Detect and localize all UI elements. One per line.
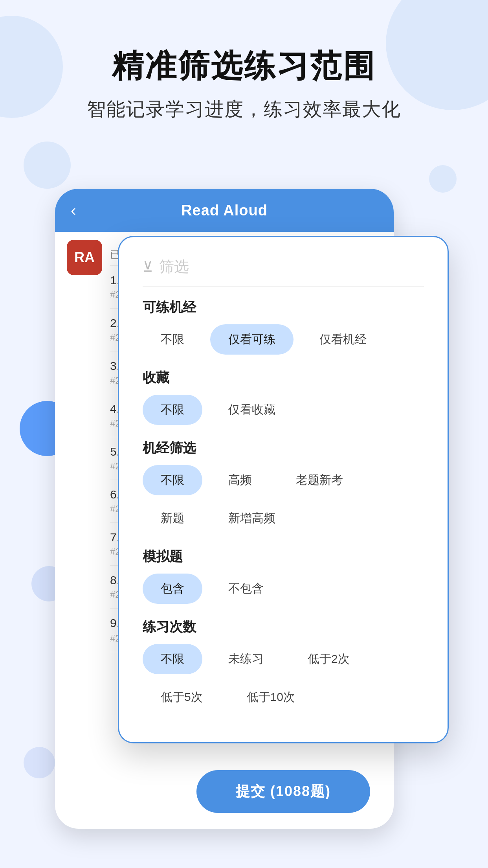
- filter-btn-xinti[interactable]: 新题: [143, 503, 202, 533]
- filter-label-count: 练习次数: [143, 618, 424, 636]
- filter-title-label: 筛选: [159, 257, 189, 277]
- filter-btn-xinzengpinv[interactable]: 新增高频: [210, 503, 294, 533]
- phone-area: ‹ Read Aloud RA 已选题目 0 1. Book ch... #21…: [55, 189, 433, 852]
- filter-icon: ⊻: [143, 259, 153, 275]
- filter-btn-laotixinkao[interactable]: 老题新考: [278, 465, 361, 495]
- back-button[interactable]: ‹: [71, 202, 76, 219]
- filter-btn-less2[interactable]: 低于2次: [290, 644, 368, 674]
- bg-circle-small-right: [429, 165, 457, 193]
- filter-btn-only-fav[interactable]: 仅看收藏: [210, 395, 294, 425]
- filter-header: ⊻ 筛选: [143, 257, 424, 287]
- filter-label-favorite: 收藏: [143, 369, 424, 387]
- page-header: 精准筛选练习范围 智能记录学习进度，练习效率最大化: [0, 47, 488, 122]
- submit-button[interactable]: 提交 (1088题): [196, 770, 370, 813]
- filter-label-moni: 模拟题: [143, 548, 424, 566]
- ra-badge: RA: [67, 240, 102, 275]
- filter-btn-less5[interactable]: 低于5次: [143, 682, 221, 712]
- filter-section-moni: 模拟题 包含 不包含: [143, 548, 424, 604]
- page-subtitle: 智能记录学习进度，练习效率最大化: [0, 97, 488, 122]
- filter-options-favorite: 不限 仅看收藏: [143, 395, 424, 425]
- filter-options-count: 不限 未练习 低于2次 低于5次 低于10次: [143, 644, 424, 712]
- filter-btn-unlimited3[interactable]: 不限: [143, 465, 202, 495]
- filter-btn-exclude[interactable]: 不包含: [210, 574, 282, 604]
- filter-options-jijing: 不限 高频 老题新考 新题 新增高频: [143, 465, 424, 533]
- filter-options-keljijing: 不限 仅看可练 仅看机经: [143, 324, 424, 355]
- filter-section-jijing: 机经筛选 不限 高频 老题新考 新题 新增高频: [143, 439, 424, 533]
- filter-options-moni: 包含 不包含: [143, 574, 424, 604]
- filter-section-count: 练习次数 不限 未练习 低于2次 低于5次 低于10次: [143, 618, 424, 712]
- filter-section-favorite: 收藏 不限 仅看收藏: [143, 369, 424, 425]
- filter-label-keljijing: 可练机经: [143, 298, 424, 316]
- filter-btn-only-jijing[interactable]: 仅看机经: [301, 324, 385, 355]
- filter-btn-unlimited4[interactable]: 不限: [143, 644, 202, 674]
- filter-btn-include[interactable]: 包含: [143, 574, 202, 604]
- filter-btn-unlimited1[interactable]: 不限: [143, 324, 202, 355]
- phone-title: Read Aloud: [181, 202, 268, 219]
- filter-btn-gaopinv[interactable]: 高频: [210, 465, 270, 495]
- filter-btn-only-ke[interactable]: 仅看可练: [210, 324, 294, 355]
- page-title: 精准筛选练习范围: [0, 47, 488, 85]
- bg-circle-small-left: [24, 142, 71, 189]
- phone-header: ‹ Read Aloud: [55, 189, 394, 232]
- bg-circle-bottom-left: [24, 747, 55, 778]
- filter-label-jijing: 机经筛选: [143, 439, 424, 457]
- filter-btn-unpracticed[interactable]: 未练习: [210, 644, 282, 674]
- filter-btn-less10[interactable]: 低于10次: [229, 682, 313, 712]
- filter-btn-unlimited2[interactable]: 不限: [143, 395, 202, 425]
- filter-modal: ⊻ 筛选 可练机经 不限 仅看可练 仅看机经 收藏 不限 仅看收藏 机经筛选 不…: [118, 236, 449, 743]
- submit-button-area: 提交 (1088题): [118, 770, 449, 813]
- filter-section-keljijing: 可练机经 不限 仅看可练 仅看机经: [143, 298, 424, 355]
